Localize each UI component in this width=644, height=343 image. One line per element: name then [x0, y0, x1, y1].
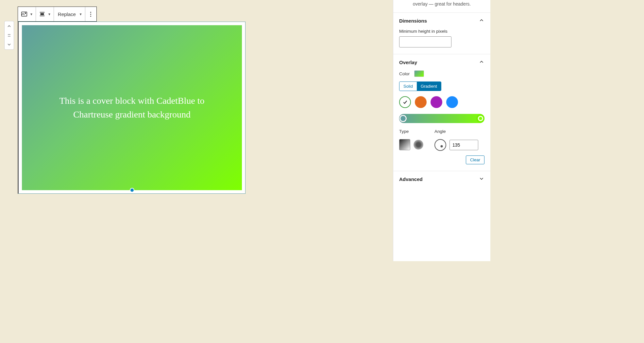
- svg-point-7: [25, 13, 26, 14]
- resize-handle[interactable]: [130, 188, 134, 192]
- replace-button[interactable]: Replace ▼: [54, 7, 85, 21]
- svg-point-1: [9, 34, 9, 35]
- min-height-label: Minimum height in pixels: [399, 29, 484, 34]
- type-radial-button[interactable]: [414, 140, 423, 150]
- chevron-down-icon: ▼: [30, 12, 33, 16]
- svg-rect-9: [41, 13, 43, 15]
- move-up-button[interactable]: [6, 23, 13, 30]
- svg-point-5: [10, 36, 10, 37]
- align-icon: [39, 10, 46, 18]
- drag-handle[interactable]: [6, 32, 13, 39]
- min-height-input[interactable]: [399, 36, 451, 47]
- clear-button[interactable]: Clear: [466, 155, 484, 164]
- chevron-up-icon: [479, 17, 484, 24]
- align-button[interactable]: ▼: [36, 7, 54, 21]
- overlay-panel-toggle[interactable]: Overlay: [393, 54, 490, 70]
- gradient-bar[interactable]: [399, 114, 484, 123]
- preset-purple[interactable]: [431, 96, 442, 108]
- panel-title: Overlay: [399, 60, 417, 65]
- chevron-down-icon: ▼: [48, 12, 51, 16]
- cover-block[interactable]: This is a cover block with CadetBlue to …: [18, 22, 246, 194]
- angle-label: Angle: [434, 129, 478, 134]
- more-options-button[interactable]: [85, 7, 96, 21]
- preset-selected[interactable]: [399, 96, 411, 108]
- type-label: Type: [399, 129, 423, 134]
- dimensions-panel-body: Minimum height in pixels: [393, 29, 490, 54]
- solid-option[interactable]: Solid: [399, 82, 417, 91]
- type-linear-button[interactable]: [399, 139, 410, 150]
- gradient-stop-end[interactable]: [477, 115, 484, 122]
- dimensions-panel-toggle[interactable]: Dimensions: [393, 13, 490, 29]
- color-label: Color: [399, 71, 410, 76]
- chevron-down-icon: ▼: [79, 12, 82, 16]
- cover-text[interactable]: This is a cover block with CadetBlue to …: [44, 94, 220, 121]
- angle-input[interactable]: [449, 140, 478, 150]
- advanced-panel-toggle[interactable]: Advanced: [393, 171, 490, 187]
- angle-dial[interactable]: [434, 139, 446, 151]
- gradient-stop-start[interactable]: [399, 115, 407, 122]
- block-toolbar: ▼ ▼ Replace ▼: [18, 7, 97, 22]
- replace-label: Replace: [57, 11, 77, 17]
- block-type-button[interactable]: ▼: [18, 7, 36, 21]
- gradient-option[interactable]: Gradient: [417, 82, 441, 91]
- block-mover: [4, 21, 14, 50]
- svg-point-3: [8, 36, 8, 37]
- svg-point-0: [8, 34, 8, 35]
- panel-title: Advanced: [399, 176, 423, 182]
- svg-point-2: [10, 34, 10, 35]
- overlay-panel-body: Color Solid Gradient Type: [393, 70, 490, 171]
- chevron-down-icon: [479, 176, 484, 183]
- settings-sidebar: overlay — great for headers. Dimensions …: [393, 0, 490, 261]
- cover-icon: [21, 10, 28, 18]
- more-icon: [90, 12, 91, 17]
- preset-orange[interactable]: [415, 96, 427, 108]
- color-mode-toggle: Solid Gradient: [399, 81, 441, 91]
- cover-background: This is a cover block with CadetBlue to …: [22, 25, 242, 190]
- svg-point-4: [9, 36, 9, 37]
- preset-blue[interactable]: [446, 96, 458, 108]
- move-down-button[interactable]: [6, 41, 13, 48]
- panel-title: Dimensions: [399, 18, 427, 24]
- block-description: overlay — great for headers.: [393, 0, 490, 13]
- gradient-presets: [399, 96, 484, 108]
- chevron-up-icon: [479, 59, 484, 66]
- current-color-swatch[interactable]: [414, 70, 424, 77]
